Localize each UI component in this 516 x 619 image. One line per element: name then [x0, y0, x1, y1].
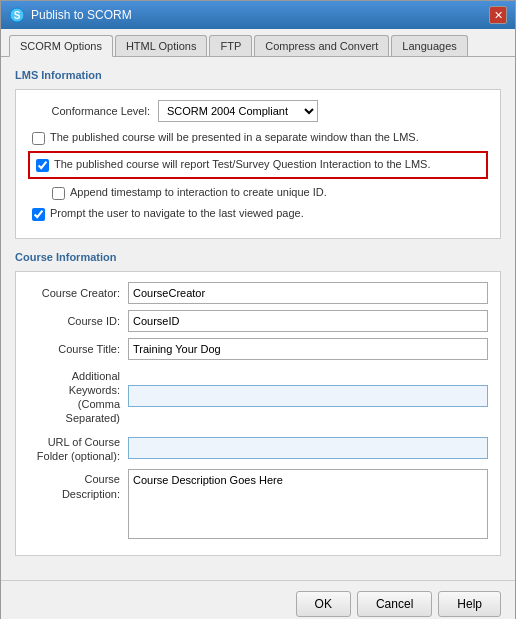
- checkbox2-label: The published course will report Test/Su…: [54, 157, 430, 172]
- title-bar-title: Publish to SCORM: [31, 8, 132, 22]
- close-button[interactable]: ✕: [489, 6, 507, 24]
- bottom-bar: OK Cancel Help: [1, 580, 515, 619]
- creator-row: Course Creator:: [28, 282, 488, 304]
- tab-bar: SCORM Options HTML Options FTP Compress …: [1, 29, 515, 57]
- checkbox1-label: The published course will be presented i…: [50, 130, 419, 145]
- tab-ftp[interactable]: FTP: [209, 35, 252, 56]
- checkbox1-row: The published course will be presented i…: [28, 130, 488, 145]
- app-icon: S: [9, 7, 25, 23]
- checkbox4-input[interactable]: [32, 208, 45, 221]
- tab-compress-convert[interactable]: Compress and Convert: [254, 35, 389, 56]
- title-bar: S Publish to SCORM ✕: [1, 1, 515, 29]
- lms-section-label: LMS Information: [15, 69, 501, 81]
- description-row: Course Description: Course Description G…: [28, 469, 488, 539]
- help-button[interactable]: Help: [438, 591, 501, 617]
- course-id-row: Course ID:: [28, 310, 488, 332]
- course-section-label: Course Information: [15, 251, 501, 263]
- tab-html-options[interactable]: HTML Options: [115, 35, 208, 56]
- tab-scorm-options[interactable]: SCORM Options: [9, 35, 113, 57]
- tab-languages[interactable]: Languages: [391, 35, 467, 56]
- course-id-label: Course ID:: [28, 315, 128, 327]
- keywords-input[interactable]: [128, 385, 488, 407]
- creator-input[interactable]: [128, 282, 488, 304]
- course-id-input[interactable]: [128, 310, 488, 332]
- url-row: URL of Course Folder (optional):: [28, 432, 488, 464]
- checkbox4-label: Prompt the user to navigate to the last …: [50, 206, 304, 221]
- checkbox1-input[interactable]: [32, 132, 45, 145]
- content-area: LMS Information Conformance Level: SCORM…: [1, 57, 515, 580]
- publish-to-scorm-window: S Publish to SCORM ✕ SCORM Options HTML …: [0, 0, 516, 619]
- course-title-input[interactable]: [128, 338, 488, 360]
- keywords-label: Additional Keywords: (Comma Separated): [28, 366, 128, 426]
- description-input[interactable]: Course Description Goes Here: [128, 469, 488, 539]
- checkbox3-input[interactable]: [52, 187, 65, 200]
- course-section: Course Creator: Course ID: Course Title:…: [15, 271, 501, 557]
- checkbox2-input[interactable]: [36, 159, 49, 172]
- svg-text:S: S: [14, 10, 21, 21]
- keywords-row: Additional Keywords: (Comma Separated): [28, 366, 488, 426]
- checkbox3-label: Append timestamp to interaction to creat…: [70, 185, 327, 200]
- lms-section: Conformance Level: SCORM 2004 Compliant …: [15, 89, 501, 239]
- cancel-button[interactable]: Cancel: [357, 591, 432, 617]
- checkbox3-row: Append timestamp to interaction to creat…: [28, 185, 488, 200]
- checkbox2-inner-row: The published course will report Test/Su…: [36, 157, 480, 172]
- course-title-label: Course Title:: [28, 343, 128, 355]
- creator-label: Course Creator:: [28, 287, 128, 299]
- description-label: Course Description:: [28, 469, 128, 501]
- ok-button[interactable]: OK: [296, 591, 351, 617]
- conformance-dropdown[interactable]: SCORM 2004 Compliant SCORM 1.2 AICC: [158, 100, 318, 122]
- checkbox2-highlighted-row: The published course will report Test/Su…: [28, 151, 488, 178]
- checkbox4-row: Prompt the user to navigate to the last …: [28, 206, 488, 221]
- title-bar-left: S Publish to SCORM: [9, 7, 132, 23]
- url-input[interactable]: [128, 437, 488, 459]
- course-title-row: Course Title:: [28, 338, 488, 360]
- conformance-row: Conformance Level: SCORM 2004 Compliant …: [28, 100, 488, 122]
- url-label: URL of Course Folder (optional):: [28, 432, 128, 464]
- conformance-label: Conformance Level:: [28, 105, 158, 117]
